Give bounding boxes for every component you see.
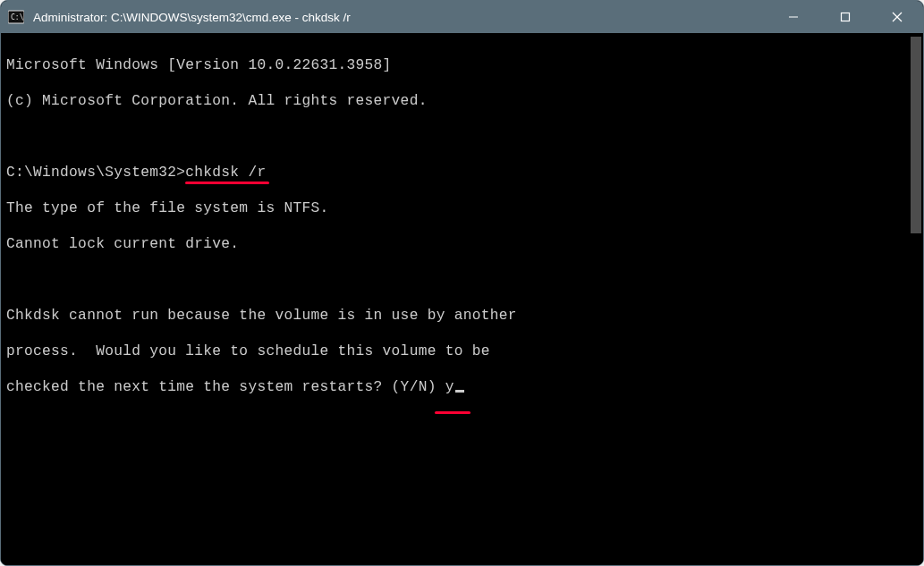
output-line: (c) Microsoft Corporation. All rights re… [6, 92, 909, 110]
maximize-icon [840, 12, 851, 22]
maximize-button[interactable] [819, 1, 871, 33]
svg-text:C:\: C:\ [11, 13, 24, 21]
vertical-scrollbar[interactable] [909, 33, 923, 565]
close-button[interactable] [871, 1, 923, 33]
command-text: chkdsk /r [185, 165, 266, 181]
output-line: process. Would you like to schedule this… [6, 342, 909, 360]
minimize-button[interactable] [767, 1, 819, 33]
output-blank [6, 128, 909, 146]
output-text: checked the next time the system restart… [6, 379, 445, 395]
cursor-icon [455, 390, 464, 393]
close-icon [892, 12, 903, 22]
output-line: Cannot lock current drive. [6, 235, 909, 253]
window-title: Administrator: C:\WINDOWS\system32\cmd.e… [33, 11, 767, 24]
prompt-line: C:\Windows\System32>chkdsk /r [6, 164, 909, 182]
user-answer: y [445, 379, 454, 395]
output-line: The type of the file system is NTFS. [6, 199, 909, 217]
output-blank [6, 271, 909, 289]
annotation-underline-icon [185, 182, 269, 184]
window-controls [767, 1, 923, 33]
titlebar[interactable]: C:\ Administrator: C:\WINDOWS\system32\c… [1, 1, 923, 33]
terminal-area[interactable]: Microsoft Windows [Version 10.0.22631.39… [1, 33, 923, 565]
output-line: Chkdsk cannot run because the volume is … [6, 307, 909, 325]
cmd-window: C:\ Administrator: C:\WINDOWS\system32\c… [0, 0, 924, 566]
output-line: Microsoft Windows [Version 10.0.22631.39… [6, 56, 909, 74]
output-line-with-input: checked the next time the system restart… [6, 378, 909, 396]
cmd-app-icon: C:\ [8, 9, 24, 25]
scrollbar-thumb[interactable] [911, 37, 921, 233]
minimize-icon [788, 12, 799, 22]
svg-rect-3 [842, 13, 850, 21]
annotation-underline-icon [435, 411, 470, 414]
terminal-output[interactable]: Microsoft Windows [Version 10.0.22631.39… [1, 33, 909, 565]
prompt-path: C:\Windows\System32> [6, 165, 185, 181]
